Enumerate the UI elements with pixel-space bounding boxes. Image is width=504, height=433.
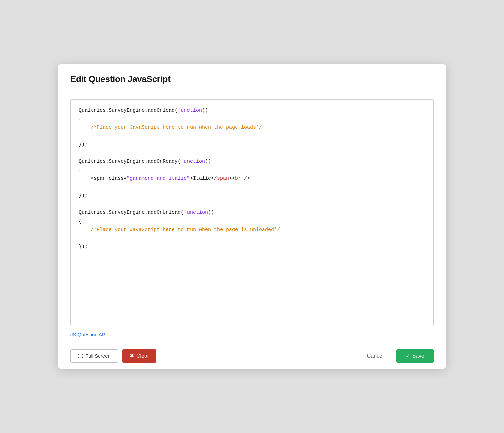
code-line: [79, 234, 425, 243]
modal-header: Edit Question JavaScript: [58, 64, 446, 91]
clear-button[interactable]: ✖ Clear: [122, 349, 156, 363]
modal-body: Qualtrics.SurveyEngine.addOnload(functio…: [58, 91, 446, 343]
code-line: Qualtrics.SurveyEngine.addOnload(functio…: [79, 106, 425, 115]
modal-footer: ⛶ Full Screen ✖ Clear Cancel ✓ Save: [58, 343, 446, 369]
code-line: [79, 132, 425, 141]
clear-label: Clear: [136, 353, 149, 359]
modal-title: Edit Question JavaScript: [70, 74, 434, 84]
code-line: /*Place your JavaScript here to run when…: [79, 226, 425, 234]
js-question-api-link[interactable]: JS Question API: [70, 332, 107, 337]
code-line: {: [79, 166, 425, 175]
code-line: });: [79, 191, 425, 200]
save-button[interactable]: ✓ Save: [396, 349, 434, 363]
code-line: {: [79, 217, 425, 226]
code-line: [79, 183, 425, 192]
edit-javascript-modal: Edit Question JavaScript Qualtrics.Surve…: [58, 64, 446, 369]
code-line: {: [79, 115, 425, 124]
code-line: /*Place your JavaScript here to run when…: [79, 123, 425, 132]
code-line: });: [79, 140, 425, 149]
fullscreen-button[interactable]: ⛶ Full Screen: [70, 349, 118, 363]
footer-right-actions: Cancel ✓ Save: [360, 349, 434, 363]
fullscreen-label: Full Screen: [85, 353, 111, 359]
checkmark-icon: ✓: [406, 353, 410, 359]
save-label: Save: [412, 353, 424, 359]
x-icon: ✖: [130, 353, 134, 359]
code-line: <span class="garamond and_italic">Italic…: [79, 174, 425, 183]
code-line: [79, 149, 425, 158]
code-line: });: [79, 243, 425, 251]
code-line: [79, 200, 425, 209]
fullscreen-icon: ⛶: [78, 353, 83, 359]
code-line: Qualtrics.SurveyEngine.addOnReady(functi…: [79, 157, 425, 166]
code-line: Qualtrics.SurveyEngine.addOnUnload(funct…: [79, 208, 425, 217]
code-editor[interactable]: Qualtrics.SurveyEngine.addOnload(functio…: [70, 99, 434, 326]
cancel-button[interactable]: Cancel: [360, 350, 391, 363]
